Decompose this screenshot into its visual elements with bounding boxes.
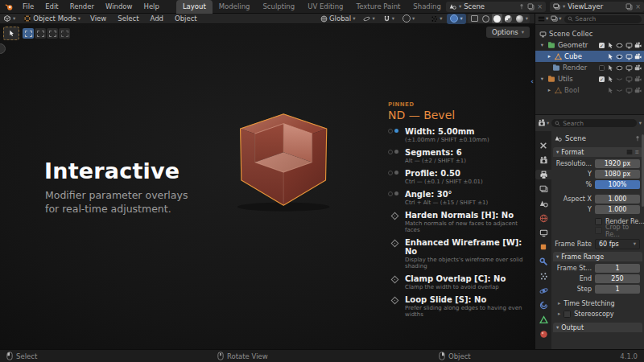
checkbox-crop-to-region[interactable]: Crop to Re... bbox=[595, 226, 644, 235]
expand-arrow-icon[interactable]: ▸ bbox=[547, 53, 552, 60]
monitor-icon[interactable] bbox=[625, 64, 633, 72]
tab-render[interactable] bbox=[535, 155, 551, 165]
menu-add[interactable]: Add bbox=[145, 14, 167, 23]
selectable-icon[interactable] bbox=[607, 42, 614, 49]
field-frame-end[interactable]: End 250 bbox=[551, 274, 640, 283]
field-resolution-x[interactable]: Resolutio... 1920 px bbox=[551, 158, 640, 168]
tab-collection[interactable] bbox=[535, 228, 551, 237]
tab-particles[interactable] bbox=[535, 271, 551, 281]
show-gizmo-toggle[interactable]: ▾ bbox=[427, 14, 445, 24]
exclude-checkbox[interactable] bbox=[599, 65, 605, 71]
tab-shading[interactable]: Shading bbox=[407, 0, 442, 14]
shading-dropdown[interactable]: ▾ bbox=[526, 16, 528, 22]
pin-icon[interactable] bbox=[518, 3, 525, 10]
menu-icon[interactable]: ≡ bbox=[635, 150, 639, 155]
tab-world[interactable] bbox=[535, 213, 551, 223]
options-button[interactable]: Options▾ bbox=[486, 27, 530, 38]
expand-arrow-icon[interactable]: ▾ bbox=[539, 76, 545, 82]
shading-solid[interactable] bbox=[492, 14, 502, 23]
field-frame-rate[interactable]: Frame Rate 60 fps▾ bbox=[551, 239, 640, 249]
menu-render[interactable]: Render bbox=[64, 0, 100, 14]
tab-layout[interactable]: Layout bbox=[176, 0, 213, 14]
monitor-icon[interactable] bbox=[625, 87, 633, 94]
toolbar-toggle-handle[interactable] bbox=[0, 43, 6, 54]
camera-icon[interactable] bbox=[634, 53, 642, 60]
menu-edit[interactable]: Edit bbox=[39, 0, 64, 14]
show-overlays-toggle[interactable]: ▾ bbox=[447, 14, 465, 24]
xray-toggle[interactable] bbox=[469, 14, 480, 23]
menu-view[interactable]: View bbox=[85, 14, 111, 23]
monitor-icon[interactable] bbox=[625, 42, 633, 49]
shading-rendered[interactable] bbox=[514, 14, 525, 23]
menu-file[interactable]: File bbox=[17, 0, 39, 14]
presets-icon[interactable] bbox=[626, 149, 633, 155]
tab-texture-paint[interactable]: Texture Paint bbox=[350, 0, 407, 14]
outliner-filter-button[interactable]: ▾ bbox=[551, 15, 561, 23]
selectable-icon[interactable] bbox=[607, 53, 614, 60]
expand-arrow-icon[interactable]: ▾ bbox=[539, 42, 545, 48]
outliner-display-mode[interactable]: ▾ bbox=[538, 15, 548, 23]
mode-selector[interactable]: Object Mode▾ bbox=[20, 14, 84, 24]
section-stereoscopy[interactable]: ▸ Stereoscopy bbox=[558, 309, 644, 319]
section-format[interactable]: ▾ Format ≡ bbox=[553, 147, 642, 157]
section-frame-range[interactable]: ▾ Frame Range bbox=[553, 252, 642, 261]
sidebar-collapse-arrow[interactable]: ‹ bbox=[530, 77, 534, 85]
field-aspect-x[interactable]: Aspect X 1.000 bbox=[551, 194, 640, 204]
outliner-row-bool[interactable]: ▸ Bool bbox=[535, 84, 644, 96]
select-mode-box-icon[interactable] bbox=[23, 28, 34, 39]
viewlayer-selector[interactable]: ▾ ViewLayer × bbox=[550, 2, 644, 12]
tab-physics[interactable] bbox=[535, 286, 551, 295]
camera-icon[interactable] bbox=[634, 64, 642, 72]
section-output[interactable]: ▾ Output bbox=[553, 323, 642, 332]
tab-object-data[interactable] bbox=[535, 315, 551, 324]
snap-magnet-toggle[interactable]: ▾ bbox=[380, 14, 398, 24]
viewlayer-name[interactable]: ViewLayer bbox=[568, 2, 623, 10]
menu-help[interactable]: Help bbox=[138, 0, 164, 14]
tab-view-layer[interactable] bbox=[535, 184, 551, 194]
menu-window[interactable]: Window bbox=[100, 0, 138, 14]
field-frame-step[interactable]: Step 1 bbox=[551, 284, 640, 294]
exclude-checkbox[interactable]: ✓ bbox=[599, 43, 605, 48]
blender-logo-icon[interactable] bbox=[5, 2, 14, 11]
editor-type-button[interactable]: ▾ bbox=[0, 14, 19, 24]
pivot-point-selector[interactable]: ▾ bbox=[360, 14, 378, 24]
select-mode-extend-icon[interactable] bbox=[35, 28, 46, 39]
menu-object[interactable]: Object bbox=[170, 14, 202, 23]
field-aspect-y[interactable]: Y 1.000 bbox=[551, 204, 640, 214]
pin-icon[interactable] bbox=[634, 135, 641, 142]
tab-constraints[interactable] bbox=[535, 300, 551, 310]
selectable-icon[interactable] bbox=[607, 76, 614, 83]
close-icon[interactable]: × bbox=[537, 3, 543, 10]
eye-closed-icon[interactable] bbox=[616, 87, 623, 94]
expand-arrow-icon[interactable]: ▸ bbox=[547, 87, 552, 93]
eye-icon[interactable] bbox=[616, 42, 623, 49]
select-mode-subtract-icon[interactable] bbox=[47, 28, 58, 39]
outliner-row-cube-selected[interactable]: ▸ Cube bbox=[535, 51, 644, 62]
chevron-down-icon[interactable]: ▾ bbox=[639, 121, 642, 126]
checkbox-icon[interactable] bbox=[564, 311, 571, 318]
camera-icon[interactable] bbox=[634, 87, 642, 94]
properties-search-input[interactable]: Search bbox=[551, 119, 636, 127]
tab-uv-editing[interactable]: UV Editing bbox=[301, 0, 349, 14]
eye-icon[interactable] bbox=[616, 53, 623, 60]
tab-scene[interactable] bbox=[535, 199, 551, 208]
tab-modeling[interactable]: Modeling bbox=[213, 0, 257, 14]
camera-icon[interactable] bbox=[634, 76, 642, 83]
shading-material[interactable] bbox=[503, 14, 514, 23]
field-resolution-percent[interactable]: % 100% bbox=[551, 179, 640, 189]
outliner-row-scene-collection[interactable]: Scene Collec bbox=[535, 28, 644, 39]
menu-select[interactable]: Select bbox=[113, 14, 143, 23]
active-tool-select-box[interactable] bbox=[3, 27, 19, 40]
camera-icon[interactable] bbox=[634, 42, 642, 49]
outliner-search-input[interactable]: Search bbox=[564, 15, 642, 23]
field-frame-start[interactable]: Frame St... 1 bbox=[551, 263, 640, 273]
monitor-icon[interactable] bbox=[625, 53, 633, 60]
selectable-icon[interactable] bbox=[607, 87, 614, 94]
exclude-checkbox[interactable]: ✓ bbox=[599, 76, 605, 82]
scene-name[interactable]: Scene bbox=[464, 2, 516, 10]
tab-material[interactable] bbox=[535, 329, 551, 339]
outliner-row-utils[interactable]: ▾ Utils ✓ bbox=[535, 73, 644, 84]
field-resolution-y[interactable]: Y 1080 px bbox=[551, 169, 640, 179]
viewport-3d[interactable]: Options▾ ‹ Interactive Modifier paramete… bbox=[0, 24, 535, 349]
new-layer-icon[interactable] bbox=[625, 3, 633, 10]
